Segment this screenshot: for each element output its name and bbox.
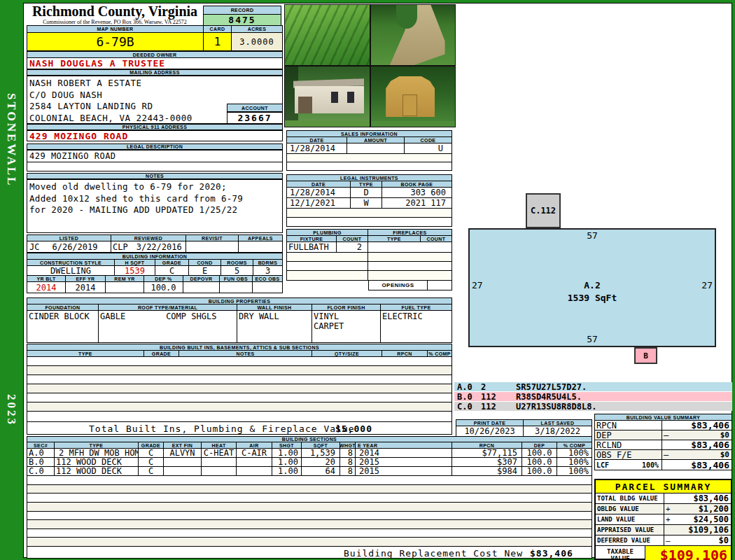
physical-address-value: 429 MOZINGO ROAD (27, 130, 283, 141)
taxable-value: $109,106 (645, 546, 731, 560)
sketch-section-a: 57 57 27 27 A.2 1539 SqFt (468, 228, 716, 347)
built-ins-total-row: Total Built Ins, Plumbing & Fireplace Va… (27, 421, 452, 435)
property-photos (284, 4, 456, 127)
photo-dwelling (285, 66, 370, 127)
map-number-value: 6-79B (27, 32, 204, 51)
cond-value: E (189, 265, 221, 276)
notes-line: Moved old dwelling to 6-79 for 2020; (29, 181, 280, 193)
depovr-value (183, 281, 220, 293)
plumbing-row: FULLBATH 2 (286, 241, 452, 253)
card-value: 1 (204, 32, 232, 51)
parcel-summary: PARCEL SUMMARY TOTAL BLDG VALUE $83,406 … (594, 479, 732, 560)
openings-value (428, 280, 452, 290)
floor-finish-value: VINYLCARPET (312, 310, 381, 343)
county-title: Richmond County, Virginia (27, 4, 203, 19)
last-saved-value: 3/18/2022 (524, 426, 592, 437)
bdrms-value: 3 (253, 265, 283, 276)
mailing-address-line: NASH ROBERT A ESTATE (29, 78, 280, 90)
year-label: 2023 (4, 394, 18, 426)
mailing-address-label: MAILING ADDRESS (27, 69, 283, 76)
photo-shed (371, 66, 456, 127)
appeals-value (239, 241, 283, 253)
photo-field (285, 5, 370, 65)
parcel-summary-row: OBLDG VALUE +$1,200 (596, 504, 731, 514)
map-card-acres-values: 6-79B 1 3.0000 (27, 32, 283, 51)
shed-door (402, 94, 416, 116)
roof-value: GABLECOMP SHGLS (99, 310, 237, 343)
sales-empty-row (286, 162, 452, 171)
funobs-value (220, 281, 253, 293)
building-info-values-2: 2014 2014 100.0 (27, 281, 283, 293)
parcel-summary-row: APPRAISED VALUE $109,106 (596, 525, 731, 536)
revisit-value (186, 241, 239, 253)
building-sections-empty-rows (27, 475, 592, 547)
sketch-legend-row-b: B.0112R38SD4R5U4L5. (454, 392, 732, 402)
account-value: 23667 (227, 112, 283, 124)
replacement-cost-value: $83,406 (530, 548, 573, 559)
hsqft-value: 1539 (115, 265, 155, 276)
built-ins-total-label: Total Built Ins, Plumbing & Fireplace Va… (89, 424, 355, 434)
building-section-row: C.0 112 WOOD DECK C 1.00 64 8 2015 $984 … (27, 466, 592, 476)
physical-address-label: PHYSICAL 911 ADDRESS (27, 124, 283, 130)
bvs-row: LCF100% $83,406 (594, 459, 732, 470)
sale-date: 1/28/2014 (286, 143, 347, 154)
replacement-cost-label: Building Replacement Cost New (344, 548, 523, 559)
building-properties-values: CINDER BLOCK GABLECOMP SHGLS DRY WALL VI… (27, 310, 452, 343)
account-label: ACCOUNT (227, 104, 283, 112)
building-section-row: A.0 2 MFH DW MOB HOME C ALVYN C-HEAT C-A… (27, 448, 592, 458)
legal-description-block: 429 MOZINGO ROAD (27, 150, 283, 172)
bvs-row: RCLND $83,406 (594, 440, 732, 450)
acres-value: 3.0000 (232, 32, 283, 51)
built-ins-total-value: $5,000 (335, 424, 372, 434)
plumbing-empty-row (286, 261, 452, 271)
building-info-values-1: DWELLING 1539 C E 5 3 (27, 265, 283, 276)
ecoobs-value (253, 281, 283, 293)
taxable-value-label: TAXABLEVALUE (596, 546, 645, 560)
parcel-summary-row: DEFERRED VALUE –$0 (596, 536, 731, 546)
print-date-value: 10/26/2023 (456, 426, 524, 437)
rooms-value: 5 (221, 265, 253, 276)
notes-label: NOTES (27, 173, 283, 179)
reviewed-value: CLP3/22/2016 (111, 241, 186, 253)
dep-pct-value: 100.0 (144, 281, 183, 293)
property-record-card-page: STONEWALL 2023 Richmond County, Virginia… (0, 0, 735, 560)
parcel-summary-row: TOTAL BLDG VALUE $83,406 (596, 493, 731, 504)
openings-label: OPENINGS (368, 280, 428, 290)
dwelling-window (347, 92, 354, 102)
fuel-type-value: ELECTRIC (381, 310, 452, 343)
replacement-cost-row: Building Replacement Cost New $83,406 (27, 546, 592, 559)
construction-style-value: DWELLING (27, 265, 115, 276)
legal-description-label: LEGAL DESCRIPTION (27, 144, 283, 150)
sketch-section-a-sqft: 1539 SqFt (470, 293, 715, 303)
mailing-address-line: C/O DOUG NASH (29, 90, 280, 102)
bvs-row: DEP –$0 (594, 430, 732, 440)
taxable-value-row: TAXABLEVALUE $109,106 (596, 546, 731, 560)
remyr-value (106, 281, 144, 293)
legal-instrument-row: 12/1/2021 W 2021 117 (286, 197, 452, 209)
openings-row: OPENINGS (368, 280, 452, 290)
plumbing-fixture: FULLBATH (286, 241, 337, 253)
notes-block: Moved old dwelling to 6-79 for 2020; Add… (27, 179, 283, 233)
bvs-row: OBS F/E –$0 (594, 449, 732, 460)
commissioner-line: Commissioner of the Revenue, PO Box 366,… (27, 19, 203, 25)
built-ins-empty-rows (27, 356, 452, 422)
review-values: JC6/26/2019 CLP3/22/2016 (27, 241, 283, 253)
dwelling-deck-steps (298, 97, 312, 113)
record-value: 8475 (203, 14, 281, 26)
sketch-dim-top: 57 (470, 230, 715, 241)
photo-driveway (371, 5, 456, 65)
sketch-section-b: B (634, 347, 657, 364)
sketch-section-a-label: A.2 (470, 280, 715, 290)
yrblt-value: 2014 (27, 281, 66, 293)
foundation-value: CINDER BLOCK (27, 310, 99, 343)
record-card: Richmond County, Virginia Commissioner o… (23, 3, 732, 558)
dwelling-window (331, 92, 338, 102)
wall-finish-value: DRY WALL (237, 310, 312, 343)
sale-code: U (405, 143, 452, 154)
parcel-summary-label: PARCEL SUMMARY (596, 480, 731, 493)
field-texture (285, 5, 370, 65)
building-section-row: B.0 112 WOOD DECK C 1.00 20 8 2015 $307 … (27, 457, 592, 467)
bvs-row: RPCN $83,406 (594, 420, 732, 430)
fireplace-row-empty (368, 241, 452, 253)
parcel-summary-row: LAND VALUE +$24,500 (596, 514, 731, 525)
